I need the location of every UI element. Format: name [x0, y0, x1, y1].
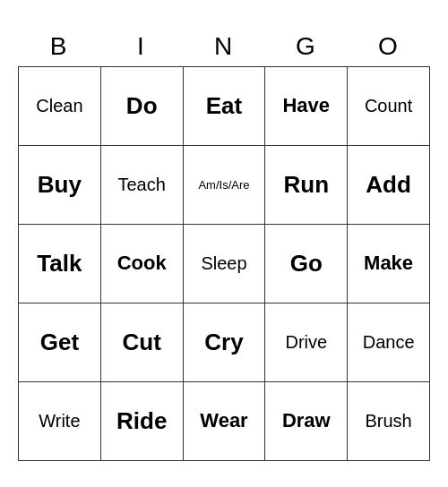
- bingo-cell: Eat: [184, 67, 266, 146]
- bingo-cell: Add: [348, 146, 430, 225]
- header-letter: O: [348, 27, 430, 66]
- header-letter: I: [100, 27, 183, 66]
- bingo-cell: Write: [19, 382, 101, 461]
- bingo-card: BINGO CleanDoEatHaveCountBuyTeachAm/Is/A…: [18, 27, 430, 461]
- header-letter: G: [265, 27, 348, 66]
- bingo-cell: Cut: [101, 303, 184, 382]
- bingo-grid: CleanDoEatHaveCountBuyTeachAm/Is/AreRunA…: [18, 66, 430, 461]
- bingo-cell: Am/Is/Are: [184, 146, 266, 225]
- bingo-cell: Wear: [184, 382, 266, 461]
- bingo-cell: Go: [265, 225, 348, 303]
- bingo-cell: Sleep: [184, 225, 266, 303]
- bingo-cell: Run: [265, 146, 348, 225]
- bingo-cell: Do: [101, 67, 184, 146]
- bingo-cell: Drive: [265, 303, 348, 382]
- bingo-cell: Brush: [348, 382, 430, 461]
- bingo-cell: Dance: [348, 303, 430, 382]
- bingo-cell: Buy: [19, 146, 101, 225]
- bingo-header: BINGO: [18, 27, 430, 66]
- header-letter: B: [18, 27, 100, 66]
- bingo-cell: Count: [348, 67, 430, 146]
- bingo-cell: Talk: [19, 225, 101, 303]
- bingo-cell: Get: [19, 303, 101, 382]
- bingo-cell: Cry: [184, 303, 266, 382]
- bingo-cell: Teach: [101, 146, 184, 225]
- bingo-cell: Draw: [265, 382, 348, 461]
- bingo-cell: Have: [265, 67, 348, 146]
- bingo-cell: Cook: [101, 225, 184, 303]
- bingo-cell: Clean: [19, 67, 101, 146]
- bingo-cell: Ride: [101, 382, 184, 461]
- bingo-cell: Make: [348, 225, 430, 303]
- header-letter: N: [183, 27, 265, 66]
